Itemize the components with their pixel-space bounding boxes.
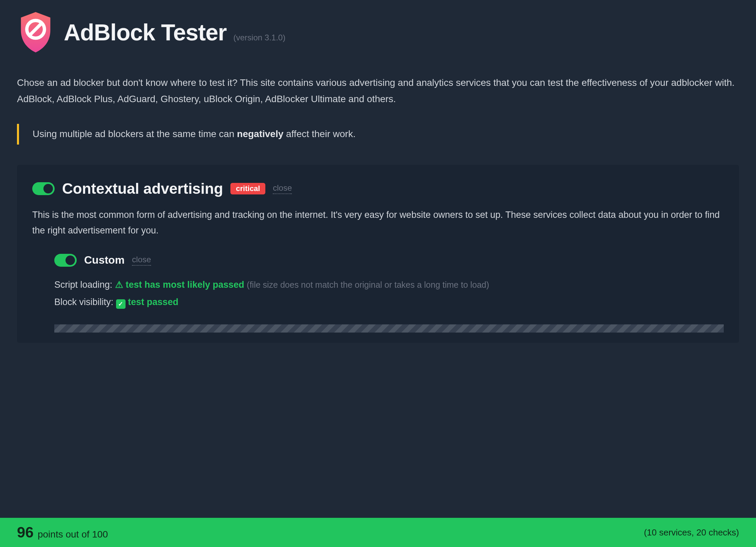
- callout-suffix: affect their work.: [283, 129, 356, 139]
- intro-text: Chose an ad blocker but don't know where…: [17, 75, 739, 107]
- section-toggle[interactable]: [32, 182, 55, 195]
- script-loading-label: Script loading:: [54, 280, 112, 290]
- page-header: AdBlock Tester (version 3.1.0): [17, 10, 739, 54]
- contextual-advertising-card: Contextual advertising critical close Th…: [17, 165, 739, 343]
- script-loading-result: test has most likely passed: [126, 280, 244, 290]
- page-title: AdBlock Tester: [64, 19, 227, 45]
- section-close-link[interactable]: close: [273, 183, 292, 194]
- critical-badge: critical: [230, 183, 265, 194]
- score-value: 96: [17, 524, 34, 541]
- block-visibility-label: Block visibility:: [54, 297, 113, 307]
- version-label: (version 3.1.0): [233, 33, 285, 42]
- intro-line-1: Chose an ad blocker but don't know where…: [17, 75, 739, 91]
- subsection-toggle[interactable]: [54, 254, 77, 267]
- warning-callout: Using multiple ad blockers at the same t…: [17, 124, 739, 145]
- callout-prefix: Using multiple ad blockers at the same t…: [33, 129, 237, 139]
- custom-subsection: Custom close Script loading: ⚠ test has …: [32, 254, 724, 333]
- script-loading-note: (file size does not match the original o…: [247, 280, 489, 289]
- shield-logo-icon: [17, 10, 54, 54]
- score-summary: (10 services, 20 checks): [644, 527, 739, 538]
- intro-line-2: AdBlock, AdBlock Plus, AdGuard, Ghostery…: [17, 91, 739, 107]
- section-description: This is the most common form of advertis…: [32, 207, 724, 239]
- subsection-close-link[interactable]: close: [132, 255, 151, 266]
- score-label: points out of 100: [38, 529, 108, 540]
- subsection-title: Custom: [84, 254, 125, 266]
- callout-strong: negatively: [237, 129, 283, 139]
- block-visibility-result: test passed: [128, 297, 178, 307]
- section-title: Contextual advertising: [62, 180, 223, 197]
- warning-triangle-icon: ⚠: [115, 280, 123, 290]
- checkmark-icon: ✓: [116, 299, 126, 309]
- script-loading-row: Script loading: ⚠ test has most likely p…: [54, 276, 724, 294]
- score-bar: 96 points out of 100 (10 services, 20 ch…: [0, 518, 756, 547]
- block-visibility-row: Block visibility: ✓ test passed: [54, 294, 724, 311]
- stripe-divider: [54, 324, 724, 333]
